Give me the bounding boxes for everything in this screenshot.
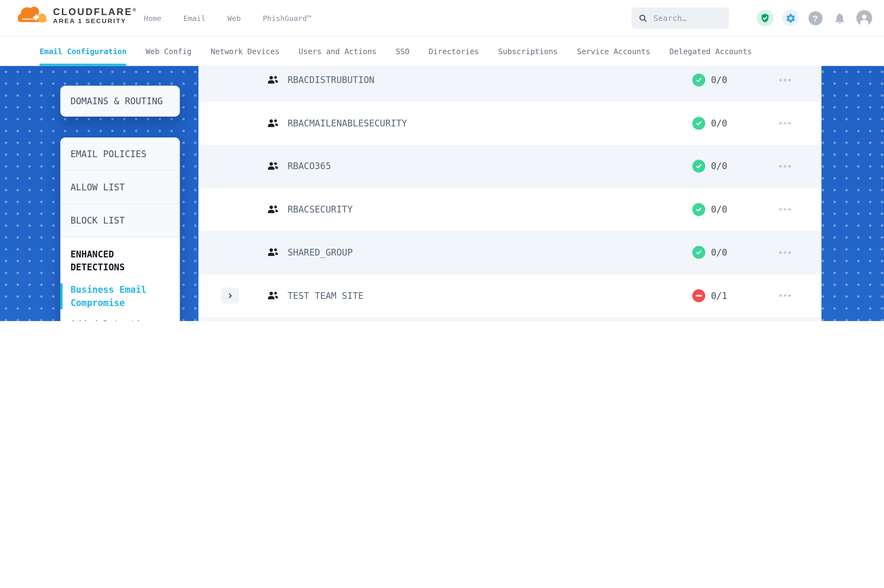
group-name: RBACSECURITY — [287, 204, 353, 215]
expand-group-button[interactable] — [222, 288, 239, 304]
sidebar-item-domains-routing[interactable]: DOMAINS & ROUTING — [60, 86, 180, 117]
tab-delegated-accounts[interactable]: Delegated Accounts — [669, 36, 752, 66]
group-row: THE BROWN FAMILY0/4 — [198, 317, 821, 321]
tab-label: SSO — [395, 46, 409, 56]
group-icon — [266, 160, 279, 172]
search-placeholder: Search… — [654, 14, 687, 22]
row-menu-button[interactable] — [778, 205, 792, 214]
top-nav-link-email[interactable]: Email — [183, 14, 206, 22]
brand-name: CLOUDFLARE® — [53, 4, 136, 17]
group-icon — [266, 74, 279, 86]
email-policies-card: EMAIL POLICIESALLOW LISTBLOCK LIST ENHAN… — [60, 138, 180, 321]
group-name: TEST TEAM SITE — [287, 290, 364, 301]
group-row: RBACO3650/0 — [198, 145, 821, 188]
cloudflare-cloud-icon — [16, 4, 48, 26]
status-pass-badge — [692, 117, 705, 130]
notifications-bell-icon[interactable] — [831, 9, 848, 27]
top-nav: HomeEmailWebPhishGuard™ — [144, 0, 311, 36]
main-canvas: DOMAINS & ROUTING EMAIL POLICIESALLOW LI… — [0, 66, 884, 321]
group-icon — [266, 203, 279, 216]
tab-label: Email Configuration — [39, 46, 126, 56]
page-scaler: CLOUDFLARE® AREA 1 SECURITY HomeEmailWeb… — [0, 0, 884, 321]
top-nav-link-web[interactable]: Web — [227, 14, 241, 22]
groups-table: RBACDISTRUBUTION0/0RBACMAILENABLESECURIT… — [198, 66, 821, 321]
enhanced-detections-title: ENHANCED DETECTIONS — [71, 248, 170, 274]
member-count: 0/1 — [711, 290, 727, 301]
status-pass-badge — [692, 160, 705, 173]
registered-mark: ® — [133, 7, 136, 12]
security-shield-icon[interactable] — [756, 9, 774, 27]
group-name: RBACDISTRUBUTION — [287, 75, 374, 86]
tab-label: Web Config — [146, 46, 191, 56]
status-pass-badge — [692, 246, 705, 259]
config-tabs: Email ConfigurationWeb ConfigNetwork Dev… — [0, 36, 884, 66]
tab-service-accounts[interactable]: Service Accounts — [577, 36, 650, 66]
cloudflare-logo[interactable]: CLOUDFLARE® AREA 1 SECURITY — [16, 4, 136, 26]
tab-directories[interactable]: Directories — [428, 36, 479, 66]
tab-label: Service Accounts — [577, 46, 650, 56]
group-row: RBACDISTRUBUTION0/0 — [198, 66, 821, 102]
row-menu-button[interactable] — [778, 162, 792, 171]
tab-sso[interactable]: SSO — [395, 36, 409, 66]
row-menu-button[interactable] — [778, 291, 792, 300]
group-row: SHARED_GROUP0/0 — [198, 231, 821, 274]
tab-web-config[interactable]: Web Config — [146, 36, 191, 66]
status-pass-badge — [692, 74, 705, 86]
row-menu-button[interactable] — [778, 75, 792, 85]
tab-network-devices[interactable]: Network Devices — [211, 36, 280, 66]
tab-label: Network Devices — [211, 46, 280, 56]
row-menu-button[interactable] — [778, 119, 792, 128]
search-icon — [638, 13, 648, 23]
group-name: SHARED_GROUP — [287, 247, 353, 258]
domains-routing-card: DOMAINS & ROUTING — [60, 86, 180, 117]
help-icon[interactable]: ? — [807, 9, 824, 27]
group-row: RBACMAILENABLESECURITY0/0 — [198, 102, 821, 145]
member-count: 0/0 — [711, 161, 727, 172]
member-count: 0/0 — [711, 75, 727, 86]
top-nav-link-phishguard[interactable]: PhishGuard™ — [263, 14, 311, 22]
active-tab-underline — [39, 64, 126, 66]
sidebar-link-added-detections[interactable]: Added Detections — [71, 318, 170, 321]
tab-email-configuration[interactable]: Email Configuration — [39, 36, 126, 66]
sidebar-item-email-policies[interactable]: EMAIL POLICIES — [60, 138, 180, 171]
group-icon — [266, 117, 279, 129]
account-avatar-icon[interactable] — [856, 9, 873, 27]
tab-label: Delegated Accounts — [669, 46, 752, 56]
settings-gear-icon[interactable] — [782, 9, 799, 27]
brand-text: CLOUDFLARE® AREA 1 SECURITY — [53, 4, 136, 25]
question-mark: ? — [808, 11, 822, 25]
member-count: 0/0 — [711, 204, 727, 215]
tab-users-and-actions[interactable]: Users and Actions — [299, 36, 376, 66]
group-row: TEST TEAM SITE0/1 — [198, 274, 821, 317]
top-nav-link-home[interactable]: Home — [144, 14, 161, 22]
row-menu-button[interactable] — [778, 248, 792, 257]
sidebar-item-allow-list[interactable]: ALLOW LIST — [60, 171, 180, 204]
status-fail-badge — [692, 289, 705, 302]
tab-label: Users and Actions — [299, 46, 376, 56]
tab-label: Directories — [428, 46, 479, 56]
app-window: CLOUDFLARE® AREA 1 SECURITY HomeEmailWeb… — [0, 0, 884, 321]
group-name: RBACMAILENABLESECURITY — [287, 118, 407, 129]
search-box[interactable]: Search… — [631, 8, 729, 29]
group-row: RBACSECURITY0/0 — [198, 188, 821, 231]
table-rows: RBACDISTRUBUTION0/0RBACMAILENABLESECURIT… — [198, 66, 821, 321]
enhanced-detections-section: ENHANCED DETECTIONS Business Email Compr… — [60, 237, 180, 321]
policy-items: EMAIL POLICIESALLOW LISTBLOCK LIST — [60, 138, 180, 237]
sidebar-link-business-email-compromise[interactable]: Business Email Compromise — [60, 283, 170, 309]
group-icon — [266, 246, 279, 259]
member-count: 0/0 — [711, 118, 727, 129]
group-name: RBACO365 — [287, 161, 331, 172]
minus-glyph — [696, 295, 702, 297]
tab-subscriptions[interactable]: Subscriptions — [498, 36, 558, 66]
member-count: 0/0 — [711, 247, 727, 258]
avatar — [856, 10, 872, 26]
group-icon — [266, 290, 279, 302]
top-header: CLOUDFLARE® AREA 1 SECURITY HomeEmailWeb… — [0, 0, 884, 37]
tab-label: Subscriptions — [498, 46, 558, 56]
brand-subtitle: AREA 1 SECURITY — [53, 17, 136, 25]
sidebar-item-block-list[interactable]: BLOCK LIST — [60, 204, 180, 237]
status-pass-badge — [692, 203, 705, 216]
